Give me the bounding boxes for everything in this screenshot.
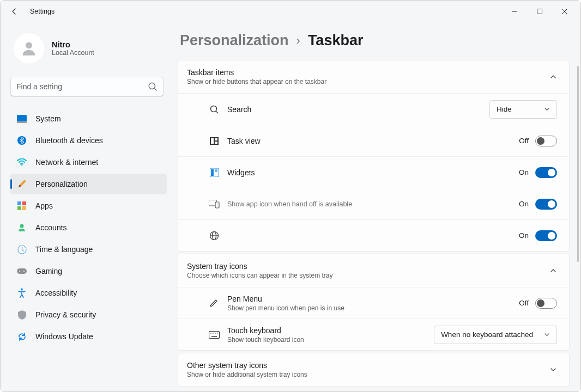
nav-personalization[interactable]: Personalization: [10, 174, 167, 194]
search-box[interactable]: [10, 77, 164, 96]
shield-icon: [17, 310, 27, 320]
nav-list: System Bluetooth & devices Network & int…: [10, 108, 167, 347]
arrow-left-icon: [10, 7, 19, 16]
section-title: Taskbar items: [187, 68, 541, 77]
close-icon: [561, 8, 568, 15]
row-label: Widgets: [227, 168, 255, 177]
row-label: Pen Menu: [227, 295, 344, 303]
update-icon: [17, 332, 27, 341]
handoff-toggle[interactable]: [535, 199, 557, 210]
nav-accessibility[interactable]: Accessibility: [10, 283, 167, 303]
nav-label: Personalization: [35, 180, 88, 188]
row-globe: On: [178, 219, 569, 251]
svg-point-2: [26, 42, 32, 48]
svg-point-8: [21, 164, 23, 166]
pen-icon: [209, 298, 220, 309]
row-pen-menu: Pen Menu Show pen menu icon when pen is …: [178, 287, 569, 318]
title-bar: Settings: [1, 1, 580, 22]
nav-update[interactable]: Windows Update: [10, 326, 167, 347]
nav-gaming[interactable]: Gaming: [10, 261, 167, 281]
svg-rect-23: [215, 138, 217, 140]
wifi-icon: [17, 157, 27, 167]
row-search: Search Hide: [178, 93, 569, 125]
touch-keyboard-select[interactable]: When no keyboard attached: [434, 326, 557, 344]
svg-rect-22: [211, 138, 214, 144]
section-header-taskbar-items[interactable]: Taskbar items Show or hide buttons that …: [178, 60, 569, 93]
system-icon: [17, 114, 27, 124]
nav-time[interactable]: Time & language: [10, 239, 167, 260]
chevron-down-icon: [544, 106, 550, 112]
svg-point-17: [23, 271, 25, 272]
svg-point-36: [215, 333, 216, 334]
nav-label: Accessibility: [35, 289, 77, 297]
breadcrumb: Personalization › Taskbar: [180, 32, 570, 49]
svg-point-35: [213, 333, 214, 334]
nav-label: Network & internet: [35, 158, 98, 167]
nav-apps[interactable]: Apps: [10, 195, 167, 216]
section-title: Other system tray icons: [187, 361, 541, 370]
search-mode-select[interactable]: Hide: [489, 100, 557, 119]
row-label: Touch keyboard: [227, 326, 304, 335]
sidebar: Nitro Local Account System Bluetooth & d…: [1, 22, 172, 391]
breadcrumb-current: Taskbar: [308, 32, 364, 49]
taskview-toggle[interactable]: [535, 136, 557, 146]
svg-rect-24: [215, 142, 217, 144]
section-header-other-tray[interactable]: Other system tray icons Show or hide add…: [178, 353, 569, 386]
taskview-icon: [209, 136, 220, 146]
row-subtitle: Show touch keyboard icon: [227, 336, 304, 344]
profile-subtitle: Local Account: [52, 49, 94, 57]
search-icon: [148, 82, 158, 91]
svg-point-37: [217, 333, 218, 334]
minimize-button[interactable]: [502, 3, 527, 20]
nav-system[interactable]: System: [10, 108, 167, 129]
svg-rect-15: [17, 268, 27, 274]
breadcrumb-parent[interactable]: Personalization: [180, 32, 289, 49]
nav-accounts[interactable]: Accounts: [10, 217, 167, 238]
widgets-toggle[interactable]: [535, 167, 557, 178]
scrollbar[interactable]: [577, 66, 579, 262]
section-system-tray: System tray icons Choose which icons can…: [178, 254, 570, 351]
nav-privacy[interactable]: Privacy & security: [10, 304, 167, 325]
svg-rect-12: [22, 206, 26, 210]
section-subtitle: Show or hide additional system tray icon…: [187, 371, 541, 378]
svg-rect-27: [215, 169, 217, 172]
toggle-label: On: [519, 168, 529, 176]
toggle-label: Off: [519, 299, 529, 307]
row-widgets: Widgets On: [178, 156, 569, 188]
svg-rect-10: [22, 201, 26, 205]
section-other-tray: Other system tray icons Show or hide add…: [178, 353, 570, 387]
toggle-label: Off: [519, 137, 529, 145]
globe-toggle[interactable]: [535, 230, 557, 241]
maximize-icon: [536, 8, 543, 15]
close-button[interactable]: [552, 3, 577, 20]
svg-line-4: [154, 88, 156, 90]
toggle-label: On: [519, 200, 529, 208]
gamepad-icon: [17, 266, 27, 276]
section-title: System tray icons: [187, 262, 541, 271]
search-input[interactable]: [16, 82, 148, 91]
section-header-system-tray[interactable]: System tray icons Choose which icons can…: [178, 254, 569, 287]
nav-label: Windows Update: [35, 332, 93, 341]
chevron-down-icon: [549, 366, 557, 373]
profile-block[interactable]: Nitro Local Account: [10, 22, 167, 77]
svg-rect-6: [17, 122, 27, 123]
maximize-button[interactable]: [527, 3, 552, 20]
nav-label: Apps: [35, 201, 53, 210]
nav-label: Accounts: [35, 223, 67, 232]
svg-rect-29: [215, 202, 219, 208]
nav-label: Time & language: [35, 245, 93, 254]
nav-label: Bluetooth & devices: [35, 136, 103, 145]
nav-network[interactable]: Network & internet: [10, 152, 167, 173]
person-icon: [20, 39, 38, 58]
accounts-icon: [17, 223, 27, 232]
nav-bluetooth[interactable]: Bluetooth & devices: [10, 130, 167, 151]
back-button[interactable]: [6, 3, 22, 20]
svg-point-18: [21, 289, 23, 291]
svg-point-16: [19, 271, 20, 272]
keyboard-icon: [209, 329, 220, 340]
profile-name: Nitro: [52, 40, 94, 49]
nav-label: Gaming: [35, 267, 62, 275]
pen-toggle[interactable]: [535, 298, 557, 309]
svg-rect-38: [211, 336, 217, 337]
section-subtitle: Show or hide buttons that appear on the …: [187, 78, 541, 85]
